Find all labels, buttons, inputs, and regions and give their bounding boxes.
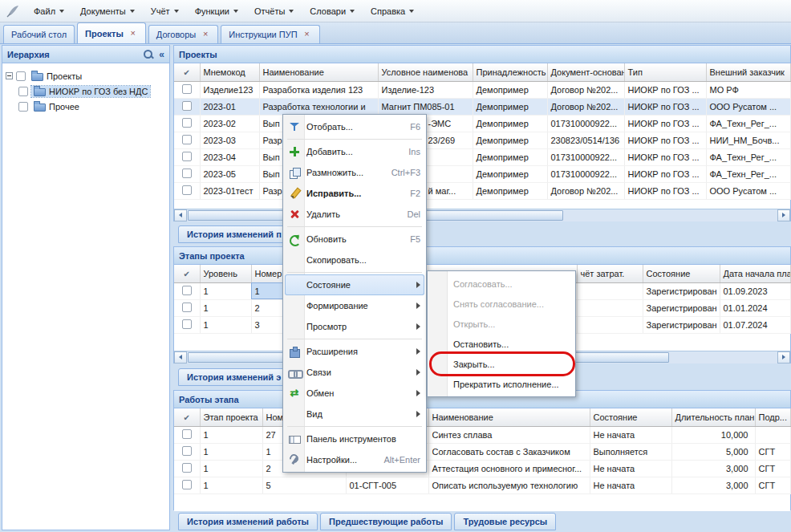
close-icon[interactable]: × [302, 30, 312, 39]
row-checkbox[interactable] [182, 480, 192, 489]
collapse-panel-icon[interactable]: « [159, 49, 164, 60]
row-checkbox[interactable] [182, 185, 192, 195]
collapse-node-icon[interactable] [6, 72, 13, 79]
submenu-item-unapprove: Снять согласование... [429, 294, 574, 314]
tab-contracts[interactable]: Договоры× [148, 25, 218, 43]
work-row[interactable]: 11Согласовать состав с ЗаказчикомВыполня… [174, 443, 790, 460]
scroll-left-button[interactable] [174, 351, 187, 363]
tab-projects[interactable]: Проекты× [77, 22, 146, 43]
project-row[interactable]: 2023-05ВыпДемопример017310000922...НИОКР… [174, 165, 790, 182]
row-checkbox[interactable] [182, 84, 192, 94]
menu-item-copy[interactable]: Скопировать... [285, 250, 424, 270]
project-row[interactable]: 2023-03Разр23/269Демопример230823/0514/1… [174, 132, 790, 148]
tab-label: Инструкции ПУП [229, 30, 297, 39]
menu-item-links[interactable]: Связи [285, 362, 424, 383]
col-name[interactable]: Наименование [259, 63, 378, 81]
menu-file[interactable]: Файл [26, 2, 72, 20]
row-checkbox[interactable] [182, 118, 192, 128]
tree-checkbox[interactable] [18, 87, 28, 96]
row-checkbox[interactable] [182, 286, 192, 295]
work-row[interactable]: 12Аттестация основного и примесног...Не … [174, 460, 790, 477]
col-external-customer[interactable]: Внешний заказчик [706, 63, 790, 81]
row-checkbox[interactable] [182, 429, 192, 439]
row-checkbox[interactable] [182, 152, 192, 161]
tree-node-niokr[interactable]: НИОКР по ГОЗ без НДС [2, 83, 169, 99]
col-cost-accounting[interactable]: чёт затрат. [577, 265, 643, 282]
tab-desktop[interactable]: Рабочий стол [3, 25, 75, 43]
tree-node-projects[interactable]: Проекты [2, 68, 169, 83]
menu-item-view[interactable]: Вид [285, 404, 424, 424]
work-row[interactable]: 127Синтез сплаваНе начата10,000 [174, 426, 790, 443]
check-icon: ✔ [184, 68, 190, 77]
menu-reports[interactable]: Отчёты [246, 2, 302, 20]
scroll-right-button[interactable] [777, 209, 790, 221]
menu-item-filter[interactable]: Отобрать...F6 [285, 116, 424, 137]
select-all-header[interactable]: ✔ [174, 63, 200, 81]
project-row[interactable]: 2023-04ВыпДемопример017310000922...НИОКР… [174, 148, 790, 165]
menu-documents[interactable]: Документы [72, 2, 143, 20]
menu-item-view-mode[interactable]: Просмотр [285, 316, 424, 337]
select-all-header[interactable]: ✔ [174, 408, 200, 426]
menu-item-toolbar[interactable]: Панель инструментов [285, 428, 424, 449]
submenu-item-terminate[interactable]: Прекратить исполнение... [429, 374, 574, 394]
col-project-stage[interactable]: Этап проекта [200, 408, 262, 426]
col-state[interactable]: Состояние [643, 265, 720, 282]
col-mnemocode[interactable]: Мнемокод [200, 63, 259, 81]
project-row[interactable]: 2023-01тестРазрй маг...ДемопримерДоговор… [174, 182, 790, 199]
col-type[interactable]: Тип [624, 63, 706, 81]
row-checkbox[interactable] [182, 319, 192, 329]
menu-item-delete[interactable]: УдалитьDel [285, 204, 424, 225]
menu-item-state[interactable]: Состояние [285, 274, 424, 295]
search-icon[interactable] [142, 48, 154, 60]
tab-instructions[interactable]: Инструкции ПУП× [221, 25, 319, 43]
row-checkbox[interactable] [182, 169, 192, 178]
tab-label: Рабочий стол [11, 30, 67, 39]
close-icon[interactable]: × [201, 30, 210, 39]
tab-preceding-works[interactable]: Предшествующие работы [320, 513, 452, 530]
row-checkbox[interactable] [182, 463, 192, 473]
row-checkbox[interactable] [182, 101, 192, 111]
col-state[interactable]: Состояние [590, 408, 671, 426]
row-checkbox[interactable] [182, 303, 192, 312]
menu-item-exchange[interactable]: ⇄Обмен [285, 383, 424, 404]
project-row[interactable]: 2023-02Вып-ЭМСДемопример017310000922...Н… [174, 115, 790, 132]
menu-item-settings[interactable]: Настройки...Alt+Enter [285, 449, 424, 470]
works-grid: ✔ Этап проекта Номер Наименование Состоя… [174, 408, 791, 494]
col-plan-start-date[interactable]: Дата начала план [720, 265, 790, 282]
col-name[interactable]: Наименование [428, 408, 590, 426]
tree-checkbox[interactable] [16, 71, 26, 81]
work-row[interactable]: 1501-СГТ-005Описать используемую техноло… [174, 477, 790, 493]
col-level[interactable]: Уровень [200, 265, 251, 282]
col-codename[interactable]: Условное наименова [378, 63, 473, 81]
col-basis-document[interactable]: Документ-основан [547, 63, 624, 81]
menu-accounting[interactable]: Учёт [143, 2, 187, 20]
menu-dictionaries[interactable]: Словари [302, 2, 363, 20]
tab-labor-resources[interactable]: Трудовые ресурсы [454, 513, 556, 530]
menu-help[interactable]: Справка [363, 2, 422, 20]
row-checkbox[interactable] [182, 446, 192, 456]
menu-item-add[interactable]: Добавить...Ins [285, 141, 424, 162]
menu-item-formation[interactable]: Формирование [285, 295, 424, 316]
projects-section: Проекты ✔ Мнемокод Наименование Условное… [173, 45, 791, 221]
menu-functions[interactable]: Функции [187, 2, 246, 20]
tab-work-history[interactable]: История изменений работы [178, 513, 318, 530]
row-checkbox[interactable] [182, 135, 192, 144]
close-icon[interactable]: × [128, 29, 138, 39]
menu-item-duplicate[interactable]: Размножить...Ctrl+F3 [285, 162, 424, 183]
menu-item-edit[interactable]: Исправить...F2 [285, 183, 424, 204]
scroll-left-button[interactable] [174, 209, 187, 221]
tree-node-other[interactable]: Прочее [2, 99, 169, 114]
tree-checkbox[interactable] [18, 102, 28, 112]
project-row-selected[interactable]: 2023-01Разработка технологии иМагнит ПМ0… [174, 98, 790, 115]
menu-item-extensions[interactable]: Расширения [285, 341, 424, 362]
col-department[interactable]: Подр... [755, 408, 790, 426]
select-all-header[interactable]: ✔ [174, 265, 200, 282]
menu-item-refresh[interactable]: ОбновитьF5 [285, 229, 424, 250]
tab-project-history[interactable]: История изменений п [178, 225, 290, 243]
col-plan-duration[interactable]: Длительность план [671, 408, 755, 426]
project-row[interactable]: Изделие123Разработка изделия 123Изделие-… [174, 81, 790, 98]
horizontal-scrollbar[interactable] [174, 209, 790, 221]
scroll-right-button[interactable] [777, 351, 790, 363]
tab-stage-history[interactable]: История изменений э [178, 368, 290, 386]
col-ownership[interactable]: Принадлежность [473, 63, 547, 81]
